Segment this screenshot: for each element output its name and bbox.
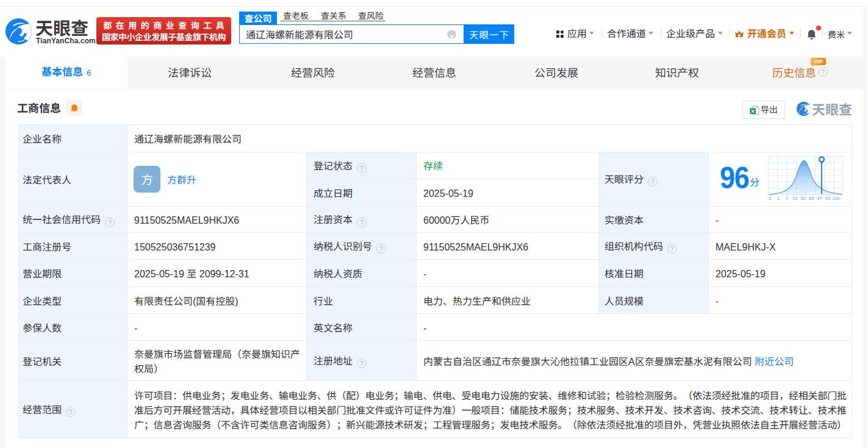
- svg-text:3: 3: [785, 196, 787, 201]
- svg-text:1: 1: [777, 196, 780, 201]
- svg-text:0: 0: [769, 196, 771, 201]
- svg-text:99: 99: [825, 196, 830, 201]
- svg-text:15: 15: [792, 196, 797, 201]
- svg-text:97: 97: [817, 196, 822, 201]
- svg-text:100: 100: [832, 196, 840, 201]
- svg-text:85: 85: [809, 196, 814, 201]
- svg-text:50: 50: [800, 196, 805, 201]
